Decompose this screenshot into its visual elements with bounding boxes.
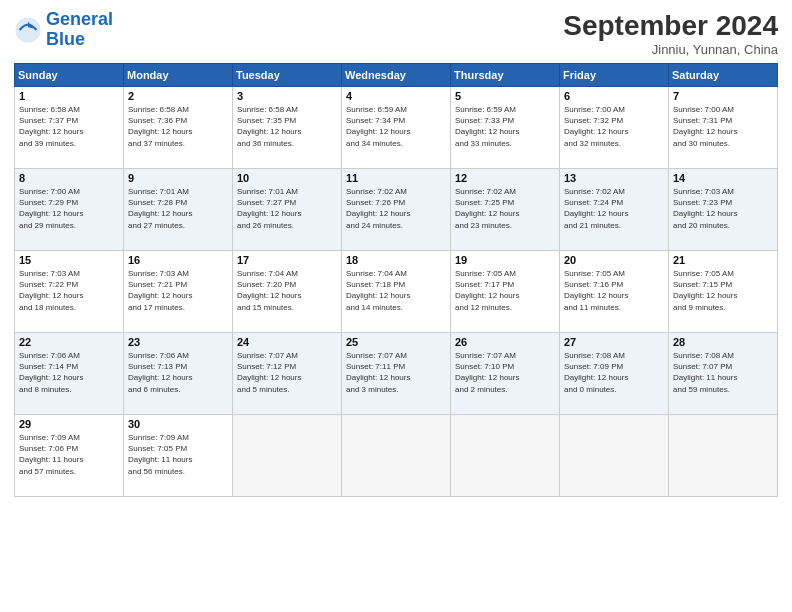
day-number: 21	[673, 254, 773, 266]
day-number: 13	[564, 172, 664, 184]
day-info: Sunrise: 7:03 AMSunset: 7:23 PMDaylight:…	[673, 186, 773, 231]
calendar-week-1: 1Sunrise: 6:58 AMSunset: 7:37 PMDaylight…	[15, 87, 778, 169]
calendar-day-22: 22Sunrise: 7:06 AMSunset: 7:14 PMDayligh…	[15, 333, 124, 415]
calendar-day-4: 4Sunrise: 6:59 AMSunset: 7:34 PMDaylight…	[342, 87, 451, 169]
calendar-day-25: 25Sunrise: 7:07 AMSunset: 7:11 PMDayligh…	[342, 333, 451, 415]
day-info: Sunrise: 7:09 AMSunset: 7:06 PMDaylight:…	[19, 432, 119, 477]
calendar-day-1: 1Sunrise: 6:58 AMSunset: 7:37 PMDaylight…	[15, 87, 124, 169]
calendar-day-15: 15Sunrise: 7:03 AMSunset: 7:22 PMDayligh…	[15, 251, 124, 333]
calendar-day-18: 18Sunrise: 7:04 AMSunset: 7:18 PMDayligh…	[342, 251, 451, 333]
svg-point-0	[15, 17, 40, 42]
calendar-empty	[451, 415, 560, 497]
calendar-day-12: 12Sunrise: 7:02 AMSunset: 7:25 PMDayligh…	[451, 169, 560, 251]
day-info: Sunrise: 7:05 AMSunset: 7:16 PMDaylight:…	[564, 268, 664, 313]
day-info: Sunrise: 7:00 AMSunset: 7:32 PMDaylight:…	[564, 104, 664, 149]
day-info: Sunrise: 7:06 AMSunset: 7:13 PMDaylight:…	[128, 350, 228, 395]
day-number: 10	[237, 172, 337, 184]
calendar-empty	[560, 415, 669, 497]
day-info: Sunrise: 7:07 AMSunset: 7:10 PMDaylight:…	[455, 350, 555, 395]
calendar-day-23: 23Sunrise: 7:06 AMSunset: 7:13 PMDayligh…	[124, 333, 233, 415]
calendar-table: SundayMondayTuesdayWednesdayThursdayFrid…	[14, 63, 778, 497]
logo: General Blue	[14, 10, 113, 50]
logo-text: General Blue	[46, 10, 113, 50]
calendar-empty	[669, 415, 778, 497]
calendar-day-19: 19Sunrise: 7:05 AMSunset: 7:17 PMDayligh…	[451, 251, 560, 333]
day-info: Sunrise: 7:03 AMSunset: 7:21 PMDaylight:…	[128, 268, 228, 313]
day-number: 8	[19, 172, 119, 184]
day-info: Sunrise: 6:59 AMSunset: 7:34 PMDaylight:…	[346, 104, 446, 149]
logo-blue: Blue	[46, 29, 85, 49]
weekday-header-sunday: Sunday	[15, 64, 124, 87]
day-number: 1	[19, 90, 119, 102]
day-info: Sunrise: 7:04 AMSunset: 7:18 PMDaylight:…	[346, 268, 446, 313]
day-info: Sunrise: 7:03 AMSunset: 7:22 PMDaylight:…	[19, 268, 119, 313]
calendar-container: General Blue September 2024 Jinniu, Yunn…	[0, 0, 792, 503]
day-info: Sunrise: 7:09 AMSunset: 7:05 PMDaylight:…	[128, 432, 228, 477]
day-info: Sunrise: 7:04 AMSunset: 7:20 PMDaylight:…	[237, 268, 337, 313]
day-number: 7	[673, 90, 773, 102]
calendar-day-7: 7Sunrise: 7:00 AMSunset: 7:31 PMDaylight…	[669, 87, 778, 169]
day-number: 9	[128, 172, 228, 184]
day-info: Sunrise: 7:02 AMSunset: 7:26 PMDaylight:…	[346, 186, 446, 231]
day-number: 30	[128, 418, 228, 430]
day-number: 29	[19, 418, 119, 430]
month-title: September 2024	[563, 10, 778, 42]
calendar-empty	[342, 415, 451, 497]
title-block: September 2024 Jinniu, Yunnan, China	[563, 10, 778, 57]
day-info: Sunrise: 6:59 AMSunset: 7:33 PMDaylight:…	[455, 104, 555, 149]
day-number: 22	[19, 336, 119, 348]
day-number: 4	[346, 90, 446, 102]
day-number: 26	[455, 336, 555, 348]
day-number: 20	[564, 254, 664, 266]
weekday-header-friday: Friday	[560, 64, 669, 87]
day-number: 14	[673, 172, 773, 184]
calendar-day-20: 20Sunrise: 7:05 AMSunset: 7:16 PMDayligh…	[560, 251, 669, 333]
calendar-empty	[233, 415, 342, 497]
day-number: 18	[346, 254, 446, 266]
logo-icon	[14, 16, 42, 44]
weekday-header-saturday: Saturday	[669, 64, 778, 87]
day-number: 23	[128, 336, 228, 348]
calendar-day-13: 13Sunrise: 7:02 AMSunset: 7:24 PMDayligh…	[560, 169, 669, 251]
calendar-week-4: 22Sunrise: 7:06 AMSunset: 7:14 PMDayligh…	[15, 333, 778, 415]
logo-general: General	[46, 9, 113, 29]
calendar-day-30: 30Sunrise: 7:09 AMSunset: 7:05 PMDayligh…	[124, 415, 233, 497]
calendar-day-16: 16Sunrise: 7:03 AMSunset: 7:21 PMDayligh…	[124, 251, 233, 333]
day-info: Sunrise: 7:00 AMSunset: 7:29 PMDaylight:…	[19, 186, 119, 231]
day-number: 2	[128, 90, 228, 102]
calendar-day-14: 14Sunrise: 7:03 AMSunset: 7:23 PMDayligh…	[669, 169, 778, 251]
calendar-day-21: 21Sunrise: 7:05 AMSunset: 7:15 PMDayligh…	[669, 251, 778, 333]
day-info: Sunrise: 7:01 AMSunset: 7:28 PMDaylight:…	[128, 186, 228, 231]
day-info: Sunrise: 7:08 AMSunset: 7:07 PMDaylight:…	[673, 350, 773, 395]
calendar-day-29: 29Sunrise: 7:09 AMSunset: 7:06 PMDayligh…	[15, 415, 124, 497]
day-number: 16	[128, 254, 228, 266]
day-info: Sunrise: 7:02 AMSunset: 7:25 PMDaylight:…	[455, 186, 555, 231]
calendar-day-8: 8Sunrise: 7:00 AMSunset: 7:29 PMDaylight…	[15, 169, 124, 251]
day-number: 5	[455, 90, 555, 102]
calendar-day-9: 9Sunrise: 7:01 AMSunset: 7:28 PMDaylight…	[124, 169, 233, 251]
day-number: 27	[564, 336, 664, 348]
weekday-header-monday: Monday	[124, 64, 233, 87]
calendar-day-11: 11Sunrise: 7:02 AMSunset: 7:26 PMDayligh…	[342, 169, 451, 251]
day-info: Sunrise: 7:05 AMSunset: 7:15 PMDaylight:…	[673, 268, 773, 313]
day-info: Sunrise: 6:58 AMSunset: 7:36 PMDaylight:…	[128, 104, 228, 149]
day-info: Sunrise: 7:06 AMSunset: 7:14 PMDaylight:…	[19, 350, 119, 395]
day-number: 11	[346, 172, 446, 184]
calendar-day-24: 24Sunrise: 7:07 AMSunset: 7:12 PMDayligh…	[233, 333, 342, 415]
day-number: 25	[346, 336, 446, 348]
calendar-day-17: 17Sunrise: 7:04 AMSunset: 7:20 PMDayligh…	[233, 251, 342, 333]
weekday-header-tuesday: Tuesday	[233, 64, 342, 87]
weekday-header-thursday: Thursday	[451, 64, 560, 87]
calendar-day-26: 26Sunrise: 7:07 AMSunset: 7:10 PMDayligh…	[451, 333, 560, 415]
day-info: Sunrise: 7:07 AMSunset: 7:11 PMDaylight:…	[346, 350, 446, 395]
day-info: Sunrise: 7:01 AMSunset: 7:27 PMDaylight:…	[237, 186, 337, 231]
day-info: Sunrise: 6:58 AMSunset: 7:35 PMDaylight:…	[237, 104, 337, 149]
day-number: 17	[237, 254, 337, 266]
calendar-day-28: 28Sunrise: 7:08 AMSunset: 7:07 PMDayligh…	[669, 333, 778, 415]
calendar-week-2: 8Sunrise: 7:00 AMSunset: 7:29 PMDaylight…	[15, 169, 778, 251]
calendar-day-5: 5Sunrise: 6:59 AMSunset: 7:33 PMDaylight…	[451, 87, 560, 169]
calendar-day-2: 2Sunrise: 6:58 AMSunset: 7:36 PMDaylight…	[124, 87, 233, 169]
day-info: Sunrise: 7:02 AMSunset: 7:24 PMDaylight:…	[564, 186, 664, 231]
day-info: Sunrise: 7:05 AMSunset: 7:17 PMDaylight:…	[455, 268, 555, 313]
header-row: SundayMondayTuesdayWednesdayThursdayFrid…	[15, 64, 778, 87]
